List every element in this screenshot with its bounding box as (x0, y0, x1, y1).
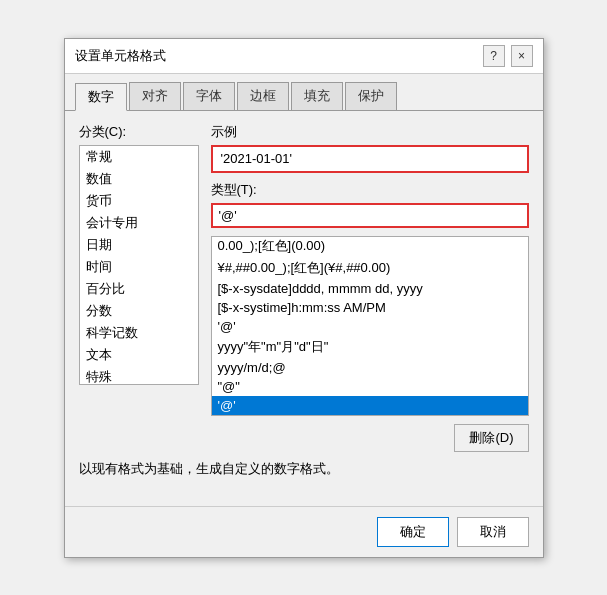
category-item[interactable]: 会计专用 (80, 212, 198, 234)
tab-保护[interactable]: 保护 (345, 82, 397, 110)
type-list-item[interactable]: [$-x-systime]h:mm:ss AM/PM (212, 298, 528, 317)
type-list-item[interactable]: yyyy"年"m"月"d"日" (212, 336, 528, 358)
type-section: 类型(T): (211, 181, 529, 228)
tab-数字[interactable]: 数字 (75, 83, 127, 111)
preview-section: 示例 '2021-01-01' (211, 123, 529, 173)
help-button[interactable]: ? (483, 45, 505, 67)
type-input[interactable] (213, 205, 527, 226)
tab-字体[interactable]: 字体 (183, 82, 235, 110)
type-label: 类型(T): (211, 181, 529, 199)
category-item[interactable]: 常规 (80, 146, 198, 168)
category-item[interactable]: 数值 (80, 168, 198, 190)
type-list[interactable]: @[h]:mm:ss0.00_);[红色](0.00)¥#,##0.00_);[… (211, 236, 529, 416)
delete-btn-row: 删除(D) (211, 424, 529, 452)
type-input-wrap (211, 203, 529, 228)
close-button[interactable]: × (511, 45, 533, 67)
cancel-button[interactable]: 取消 (457, 517, 529, 547)
category-item[interactable]: 文本 (80, 344, 198, 366)
title-bar-buttons: ? × (483, 45, 533, 67)
preview-label: 示例 (211, 123, 529, 141)
tab-对齐[interactable]: 对齐 (129, 82, 181, 110)
category-item[interactable]: 特殊 (80, 366, 198, 385)
title-bar: 设置单元格格式 ? × (65, 39, 543, 74)
dialog-footer: 确定 取消 (65, 506, 543, 557)
type-list-item[interactable]: ¥#,##0.00_);[红色](¥#,##0.00) (212, 257, 528, 279)
right-panel: 示例 '2021-01-01' 类型(T): @[h]:mm:ss0.00_);… (211, 123, 529, 452)
type-list-item[interactable]: yyyy/m/d;@ (212, 358, 528, 377)
format-cells-dialog: 设置单元格格式 ? × 数字对齐字体边框填充保护 分类(C): 常规数值货币会计… (64, 38, 544, 558)
tab-边框[interactable]: 边框 (237, 82, 289, 110)
dialog-title: 设置单元格格式 (75, 47, 166, 65)
preview-value: '2021-01-01' (221, 151, 292, 166)
tab-填充[interactable]: 填充 (291, 82, 343, 110)
category-list[interactable]: 常规数值货币会计专用日期时间百分比分数科学记数文本特殊自定义 (79, 145, 199, 385)
dialog-content: 分类(C): 常规数值货币会计专用日期时间百分比分数科学记数文本特殊自定义 示例… (65, 111, 543, 506)
delete-button[interactable]: 删除(D) (454, 424, 528, 452)
category-item[interactable]: 货币 (80, 190, 198, 212)
category-panel: 分类(C): 常规数值货币会计专用日期时间百分比分数科学记数文本特殊自定义 (79, 123, 199, 452)
category-item[interactable]: 百分比 (80, 278, 198, 300)
category-item[interactable]: 分数 (80, 300, 198, 322)
type-list-item[interactable]: "@" (212, 377, 528, 396)
category-label: 分类(C): (79, 123, 199, 141)
ok-button[interactable]: 确定 (377, 517, 449, 547)
type-list-item[interactable]: '@' (212, 396, 528, 415)
type-list-item[interactable]: '@' (212, 317, 528, 336)
type-list-item[interactable]: [$-x-sysdate]dddd, mmmm dd, yyyy (212, 279, 528, 298)
type-list-item[interactable]: 0.00_);[红色](0.00) (212, 236, 528, 257)
main-layout: 分类(C): 常规数值货币会计专用日期时间百分比分数科学记数文本特殊自定义 示例… (79, 123, 529, 452)
category-item[interactable]: 时间 (80, 256, 198, 278)
category-item[interactable]: 科学记数 (80, 322, 198, 344)
preview-box: '2021-01-01' (211, 145, 529, 173)
category-item[interactable]: 日期 (80, 234, 198, 256)
tab-bar: 数字对齐字体边框填充保护 (65, 74, 543, 111)
description-text: 以现有格式为基础，生成自定义的数字格式。 (79, 452, 529, 478)
